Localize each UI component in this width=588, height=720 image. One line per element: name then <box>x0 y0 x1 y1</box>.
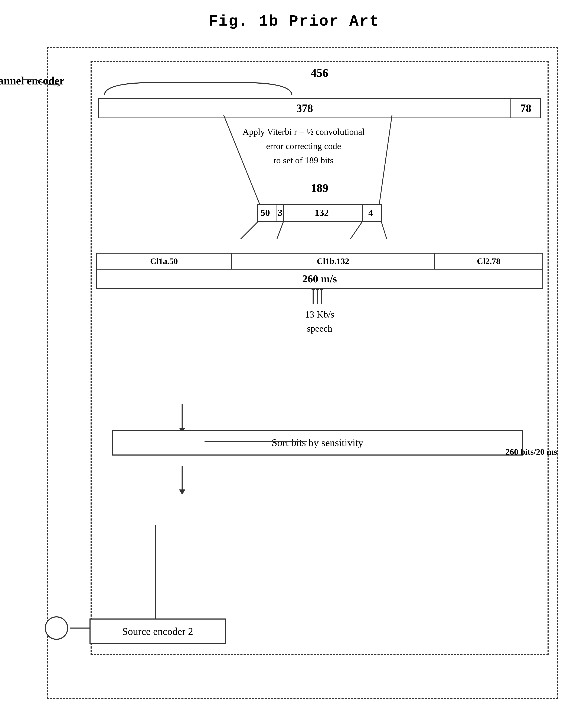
svg-line-3 <box>379 115 392 205</box>
bits-label: 260 bits/20 ms <box>506 447 557 457</box>
bits-label-line <box>205 431 311 452</box>
svg-line-12 <box>224 222 258 239</box>
svg-line-2 <box>224 115 260 205</box>
class-boxes: Cl1a.50 Cl1b.132 Cl2.78 260 m/s <box>96 253 543 289</box>
svg-line-1 <box>58 85 60 86</box>
funnel-diagram: 50 3 132 4 <box>96 94 543 239</box>
class-c11b: Cl1b.132 <box>232 254 435 269</box>
svg-line-13 <box>271 222 284 239</box>
svg-marker-21 <box>319 288 324 290</box>
svg-text:50: 50 <box>260 207 270 218</box>
source-to-main-line <box>145 525 166 621</box>
main-container: Channel encoder 456 378 78 Apply Viterbi… <box>47 47 558 699</box>
page-title: Fig. 1b Prior Art <box>0 0 588 30</box>
arrow-up-svg <box>309 288 330 305</box>
speech-section: 13 Kb/sspeech <box>91 288 547 336</box>
class-row: Cl1a.50 Cl1b.132 Cl2.78 <box>96 253 543 269</box>
class-c12: Cl2.78 <box>435 254 542 269</box>
speed-row: 260 m/s <box>96 269 543 289</box>
class-c11a: Cl1a.50 <box>97 254 232 269</box>
label-456: 456 <box>91 66 547 98</box>
svg-line-15 <box>381 222 392 239</box>
svg-marker-20 <box>315 288 319 290</box>
mic-to-source-line <box>47 616 89 642</box>
svg-text:3: 3 <box>278 207 282 218</box>
svg-line-14 <box>339 222 362 239</box>
svg-text:4: 4 <box>369 207 373 218</box>
speech-label: 13 Kb/sspeech <box>91 307 547 336</box>
svg-marker-19 <box>311 288 315 290</box>
source-encoder-box: Source encoder 2 <box>89 619 226 644</box>
svg-marker-25 <box>179 489 185 495</box>
sort-bits-box: Sort bits by sensitivity <box>112 430 523 456</box>
arrow-down-to-sort <box>171 404 193 434</box>
svg-text:132: 132 <box>315 207 329 218</box>
arrow-down-to-source <box>171 466 193 496</box>
channel-encoder-arrow <box>20 76 63 93</box>
